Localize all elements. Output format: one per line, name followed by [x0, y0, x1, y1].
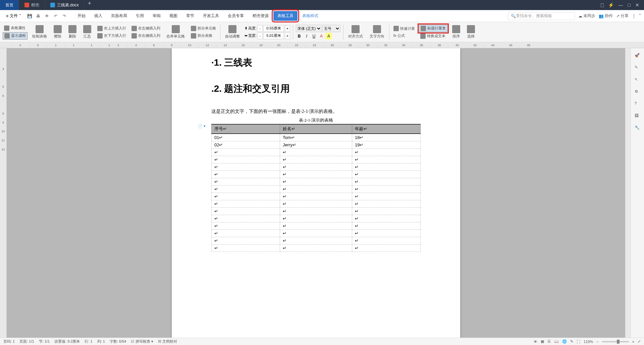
auto-adjust-button[interactable]: 自动调整 — [223, 24, 242, 40]
new-tab-button[interactable]: + — [85, 0, 95, 10]
table-cell[interactable]: ↵ — [212, 215, 280, 222]
table-row[interactable]: ↵↵↵ — [212, 156, 421, 163]
status-chars[interactable]: 字数: 6/54 — [110, 339, 126, 344]
table-row[interactable]: ↵↵↵ — [212, 149, 421, 156]
tab-start[interactable]: 开始 — [73, 11, 90, 21]
tab-docer-res[interactable]: 稻壳资源 — [249, 11, 273, 21]
collab-button[interactable]: 👥 协作 — [599, 13, 613, 19]
view-outline-icon[interactable]: ☰ — [547, 339, 551, 344]
tab-chapter[interactable]: 章节 — [182, 11, 198, 21]
table-cell[interactable]: ↵ — [352, 230, 420, 237]
tab-vip[interactable]: 会员专享 — [224, 11, 248, 21]
table-cell[interactable]: ↵ — [280, 156, 352, 163]
table-cell[interactable]: ↵ — [280, 222, 352, 230]
font-color-button[interactable]: A — [318, 33, 325, 40]
table-row[interactable]: ↵↵↵ — [212, 193, 421, 200]
undo-icon[interactable]: ↶ — [53, 13, 59, 19]
tab-reference[interactable]: 引用 — [132, 11, 148, 21]
table-cell[interactable]: ↵ — [212, 163, 280, 171]
table-cell[interactable]: ↵ — [280, 186, 352, 193]
search-input[interactable]: 🔍 查找命令、搜索模板 — [508, 12, 575, 20]
table-props-button[interactable]: 表格属性 — [3, 25, 28, 31]
quick-calc-button[interactable]: 快速计算 — [392, 25, 416, 32]
sort-button[interactable]: 排序 — [450, 24, 462, 40]
status-page-label[interactable]: 页码: 1 — [3, 339, 15, 343]
table-cell[interactable]: ↵ — [212, 156, 280, 163]
table-cell[interactable]: ↵ — [280, 178, 352, 186]
summary-button[interactable]: 汇总 — [81, 24, 93, 40]
table-cell[interactable]: ↵ — [352, 222, 420, 230]
tab-insert[interactable]: 插入 — [90, 11, 106, 21]
formula-button[interactable]: fx 公式 — [392, 32, 416, 39]
bold-button[interactable]: B — [296, 33, 303, 40]
table-row[interactable]: ↵↵↵ — [212, 222, 421, 230]
height-minus[interactable]: - — [257, 25, 263, 32]
table-cell[interactable]: ↵ — [352, 215, 420, 222]
table-header[interactable]: 姓名↵ — [280, 124, 352, 134]
tab-view[interactable]: 视图 — [165, 11, 181, 21]
zoom-fit-icon[interactable]: ⛶ — [577, 340, 580, 344]
table-cell[interactable]: ↵ — [212, 237, 280, 245]
table-header[interactable]: 年龄↵ — [352, 124, 420, 134]
table-cell[interactable]: ↵ — [280, 245, 352, 252]
width-input[interactable] — [263, 32, 284, 39]
table-row[interactable]: ↵↵↵ — [212, 163, 421, 171]
table-cell[interactable]: ↵ — [212, 171, 280, 178]
minimize-button[interactable]: — — [619, 2, 623, 8]
header-repeat-button[interactable]: 标题行重复 — [419, 25, 447, 32]
ruler-horizontal[interactable]: .4.6.1.1.1.12.4.6.8.10.12.14.16.18.20.22… — [0, 42, 644, 48]
save-icon[interactable]: 💾 — [26, 13, 33, 19]
highlight-button[interactable]: A — [325, 33, 332, 40]
table-cell[interactable]: ↵ — [212, 178, 280, 186]
table-cell[interactable]: 02↵ — [212, 141, 280, 149]
file-menu[interactable]: ≡ 文件 ˅ — [3, 12, 24, 20]
tab-review[interactable]: 审阅 — [149, 11, 165, 21]
settings-panel-icon[interactable]: ⚙ — [635, 89, 641, 95]
table-cell[interactable]: ↵ — [352, 208, 420, 215]
merge-cells-button[interactable]: 合并单元格 — [164, 24, 187, 40]
table-cell[interactable]: ↵ — [212, 245, 280, 252]
image-panel-icon[interactable]: 🖼 — [635, 113, 641, 119]
table-cell[interactable]: ↵ — [352, 163, 420, 171]
table-cell[interactable]: ↵ — [280, 237, 352, 245]
table-cell[interactable]: ↵ — [280, 200, 352, 208]
doc-table[interactable]: 序号↵姓名↵年龄↵ 01↵Tom↵18↵02↵Jerry↵19↵↵↵↵↵↵↵↵↵… — [211, 124, 421, 252]
ruler-vertical[interactable]: 35689101112 — [0, 48, 7, 338]
table-cell[interactable]: 01↵ — [212, 134, 280, 141]
table-cell[interactable]: ↵ — [352, 171, 420, 178]
height-input[interactable] — [263, 25, 284, 32]
table-row[interactable]: ↵↵↵ — [212, 237, 421, 245]
view-read-icon[interactable]: 📖 — [554, 339, 559, 344]
rocket-icon[interactable]: 🚀 — [635, 53, 641, 59]
table-cell[interactable]: 18↵ — [352, 134, 420, 141]
preview-icon[interactable]: 👁 — [44, 13, 50, 19]
table-row[interactable]: ↵↵↵ — [212, 230, 421, 237]
width-minus[interactable]: - — [257, 32, 263, 39]
view-web-icon[interactable]: 🌐 — [562, 339, 567, 344]
table-cell[interactable]: ↵ — [280, 163, 352, 171]
split-cells-button[interactable]: 拆分单元格 — [190, 25, 217, 32]
split-table-button[interactable]: 拆分表格 — [190, 32, 217, 39]
pencil-panel-icon[interactable]: ✎ — [635, 65, 641, 71]
table-header[interactable]: 序号↵ — [212, 124, 280, 134]
table-row[interactable]: 01↵Tom↵18↵ — [212, 134, 421, 141]
table-row[interactable]: ↵↵↵ — [212, 171, 421, 178]
cursor-panel-icon[interactable]: ↖ — [635, 77, 641, 83]
width-plus[interactable]: + — [285, 32, 290, 39]
height-plus[interactable]: + — [285, 25, 290, 32]
tools-icon[interactable]: 🔧 — [635, 125, 641, 131]
table-cell[interactable]: ↵ — [280, 208, 352, 215]
align-button[interactable]: 对齐方式 — [346, 24, 365, 40]
table-cell[interactable]: ↵ — [212, 222, 280, 230]
eye-icon[interactable]: 👁 — [534, 340, 537, 344]
show-border-button[interactable]: 显示虚框 — [3, 32, 28, 40]
collapse-ribbon-icon[interactable]: ˆ — [639, 14, 641, 18]
view-page-icon[interactable]: ▦ — [541, 339, 544, 344]
tab-table-style[interactable]: 表格样式 — [298, 11, 322, 21]
table-cell[interactable]: ↵ — [212, 186, 280, 193]
table-row[interactable]: ↵↵↵ — [212, 208, 421, 215]
status-spell[interactable]: ☑ 拼写检查 ▾ — [131, 339, 153, 344]
table-cell[interactable]: ↵ — [212, 149, 280, 156]
sync-button[interactable]: ☁ 未同步 — [578, 13, 595, 19]
table-row[interactable]: 02↵Jerry↵19↵ — [212, 141, 421, 149]
